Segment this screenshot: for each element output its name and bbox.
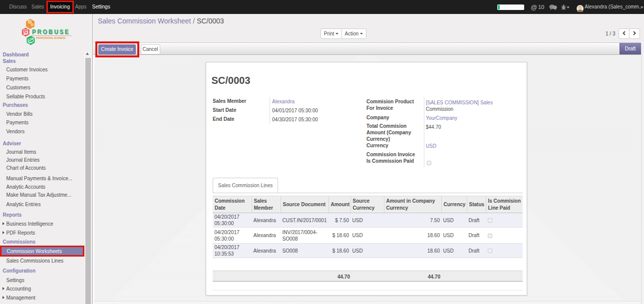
svg-text:PROFESSIONAL BUSINESS: PROFESSIONAL BUSINESS xyxy=(36,36,66,39)
svg-text:PROBUSE: PROBUSE xyxy=(32,28,70,35)
